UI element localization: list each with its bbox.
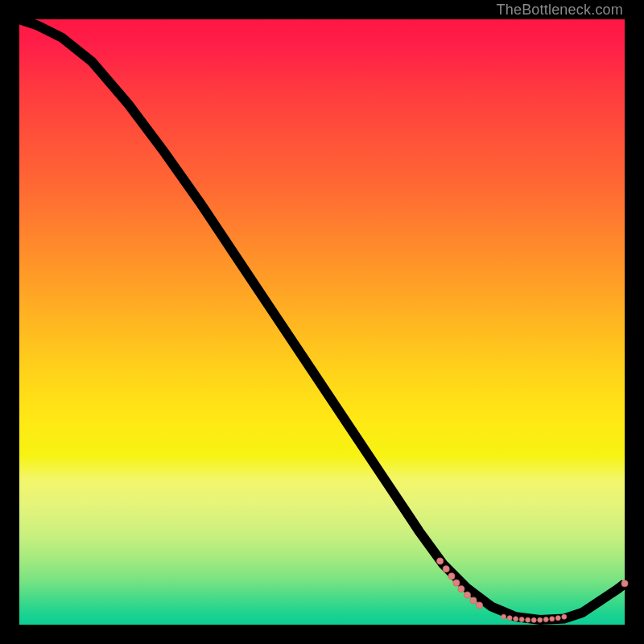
- chart-overlay: [19, 19, 625, 625]
- data-dot: [470, 597, 477, 604]
- data-dot: [437, 558, 444, 564]
- chart-frame: TheBottleneck.com: [0, 0, 644, 644]
- data-dot: [550, 617, 555, 621]
- data-dot: [555, 616, 560, 621]
- data-dot: [443, 566, 449, 572]
- data-dot: [458, 586, 464, 592]
- watermark-text: TheBottleneck.com: [497, 2, 623, 19]
- data-dot: [621, 580, 628, 587]
- data-dot: [526, 617, 530, 622]
- data-dot: [448, 573, 455, 580]
- data-dot: [531, 617, 536, 622]
- data-dot: [562, 614, 567, 619]
- data-dot: [477, 602, 483, 609]
- data-dot: [453, 580, 460, 586]
- data-dot: [502, 614, 506, 619]
- data-dot: [543, 617, 548, 622]
- data-dot: [538, 617, 543, 622]
- data-dot: [464, 592, 470, 598]
- data-dot: [519, 617, 524, 622]
- bottleneck-curve: [19, 19, 625, 620]
- data-dot: [507, 616, 512, 621]
- data-dot: [514, 617, 518, 621]
